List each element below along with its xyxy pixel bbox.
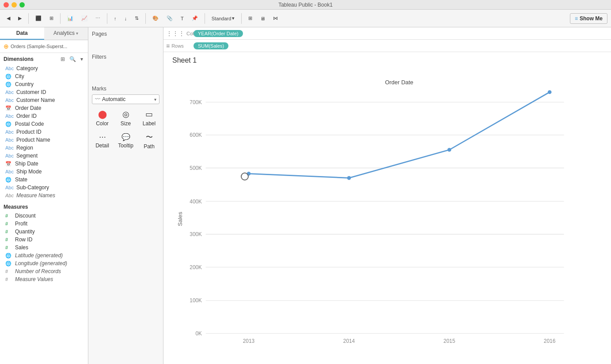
dimensions-grid-view[interactable]: ⊞ <box>59 56 66 63</box>
minimize-button[interactable] <box>11 2 17 8</box>
field-order-date[interactable]: 📅 Order Date <box>0 104 88 112</box>
detail-icon: ⋯ <box>99 133 106 141</box>
save-button[interactable]: ⬛ <box>32 14 45 23</box>
color-label: Color <box>96 120 109 127</box>
zoom-dropdown[interactable]: Standard ▾ <box>209 14 238 23</box>
data-point-2015[interactable] <box>448 148 452 152</box>
back-button[interactable]: ◀ <box>4 14 13 23</box>
tab-data[interactable]: Data <box>0 27 44 40</box>
window-controls[interactable] <box>4 2 25 8</box>
field-quantity[interactable]: # Quantity <box>0 228 88 236</box>
tooltip-bubble-icon: 💬 <box>121 133 130 141</box>
field-ship-mode[interactable]: Abc Ship Mode <box>0 168 88 176</box>
field-measure-values[interactable]: # Measure Values <box>0 275 88 283</box>
marks-tooltip[interactable]: 💬 Tooltip <box>115 131 136 151</box>
fix-axes-icon: ⊞ <box>248 15 252 21</box>
field-latitude[interactable]: 🌐 Latitude (generated) <box>0 251 88 259</box>
marks-color[interactable]: ⬤ Color <box>92 108 113 128</box>
field-longitude[interactable]: 🌐 Longitude (generated) <box>0 259 88 267</box>
field-category[interactable]: Abc Category <box>0 64 88 72</box>
maximize-button[interactable] <box>19 2 25 8</box>
separator-3 <box>107 13 107 24</box>
field-segment[interactable]: Abc Segment <box>0 152 88 160</box>
tab-analytics-arrow: ▾ <box>76 31 78 36</box>
share-button[interactable]: ⋈ <box>270 14 281 23</box>
data-source[interactable]: ⊕ Orders (Sample-Superst... <box>0 40 88 53</box>
field-customer-name[interactable]: Abc Customer Name <box>0 96 88 104</box>
marks-label[interactable]: ▭ Label <box>139 108 159 128</box>
marks-type-dropdown[interactable]: 〰 Automatic ▾ <box>92 94 159 104</box>
field-region[interactable]: Abc Region <box>0 144 88 152</box>
tooltip-button[interactable]: 📌 <box>189 14 201 23</box>
field-product-id[interactable]: Abc Product ID <box>0 128 88 136</box>
columns-pill[interactable]: YEAR(Order Date) <box>194 30 243 37</box>
dimensions-search[interactable]: 🔍 <box>68 56 77 63</box>
save-icon: ⬛ <box>35 15 42 21</box>
field-customer-id[interactable]: Abc Customer ID <box>0 88 88 96</box>
title-bar: Tableau Public - Book1 <box>0 0 611 10</box>
field-profit[interactable]: # Profit <box>0 220 88 228</box>
field-order-id[interactable]: Abc Order ID <box>0 112 88 120</box>
y-label-0k: 0K <box>195 330 202 337</box>
close-button[interactable] <box>4 2 9 8</box>
add-view-button[interactable]: ⊞ <box>46 14 57 23</box>
field-ship-date[interactable]: 📅 Ship Date <box>0 160 88 168</box>
hash-icon: # <box>5 245 12 250</box>
marks-detail[interactable]: ⋯ Detail <box>92 131 113 151</box>
hash-icon: # <box>5 237 12 242</box>
marks-size[interactable]: ◎ Size <box>115 108 136 128</box>
marks-controls: ⬤ Color ◎ Size ▭ Label ⋯ Detail 💬 Too <box>92 108 159 151</box>
sort-desc-button[interactable]: ↓ <box>121 14 130 23</box>
marks-type-icon: 〰 <box>95 96 100 102</box>
y-label-400k: 400K <box>190 199 202 205</box>
data-point-2016[interactable] <box>548 90 552 94</box>
sort-custom-button[interactable]: ⇅ <box>132 14 142 23</box>
marks-path[interactable]: 〜 Path <box>139 131 159 151</box>
measures-title: Measures <box>4 204 28 210</box>
detail-label: Detail <box>95 143 109 149</box>
fix-axes-button[interactable]: ⊞ <box>245 14 255 23</box>
columns-label: ⋮⋮⋮ Columns <box>166 30 193 37</box>
rows-pill[interactable]: SUM(Sales) <box>194 42 228 49</box>
field-product-name[interactable]: Abc Product Name <box>0 136 88 144</box>
field-country[interactable]: 🌐 Country <box>0 80 88 88</box>
field-sales[interactable]: # Sales <box>0 244 88 251</box>
field-row-id[interactable]: # Row ID <box>0 236 88 244</box>
abc-icon: Abc <box>5 98 14 103</box>
field-measure-names[interactable]: Abc Measure Names <box>0 191 88 199</box>
columns-shelf: ⋮⋮⋮ Columns YEAR(Order Date) <box>163 27 611 40</box>
view-button[interactable]: 🖥 <box>257 14 268 23</box>
dimensions-menu[interactable]: ▾ <box>79 56 84 63</box>
line-chart-button[interactable]: 📈 <box>78 14 91 23</box>
field-city[interactable]: 🌐 City <box>0 72 88 80</box>
field-sub-category[interactable]: Abc Sub-Category <box>0 184 88 191</box>
main-layout: Data Analytics ▾ ⊕ Orders (Sample-Supers… <box>0 27 611 364</box>
size-label: Size <box>121 120 131 127</box>
data-point-2014[interactable] <box>347 176 351 180</box>
data-source-icon: ⊕ <box>4 43 9 50</box>
tooltip-label: Tooltip <box>118 143 133 149</box>
viz-panel: ⋮⋮⋮ Columns YEAR(Order Date) ≡ Rows SUM(… <box>163 27 611 364</box>
forward-button[interactable]: ▶ <box>15 14 25 23</box>
tab-analytics[interactable]: Analytics ▾ <box>44 27 88 40</box>
annotate-icon: 📎 <box>167 15 173 21</box>
rows-icon: ≡ <box>166 42 170 49</box>
field-number-of-records[interactable]: # Number of Records <box>0 267 88 275</box>
label-button[interactable]: T <box>178 14 187 23</box>
separator-5 <box>205 13 205 24</box>
x-label-2013: 2013 <box>243 338 255 344</box>
sort-asc-button[interactable]: ↑ <box>111 14 120 23</box>
field-postal-code[interactable]: 🌐 Postal Code <box>0 120 88 128</box>
data-point-2013[interactable] <box>247 172 251 176</box>
field-discount[interactable]: # Discount <box>0 212 88 220</box>
abc-icon: Abc <box>5 129 14 135</box>
x-axis-label: Order Date <box>385 79 413 86</box>
show-me-button[interactable]: ≡ Show Me <box>570 13 607 24</box>
scatter-button[interactable]: ⋯ <box>92 14 103 23</box>
annotate-button[interactable]: 📎 <box>163 14 176 23</box>
add-view-icon: ⊞ <box>49 15 53 21</box>
field-state[interactable]: 🌐 State <box>0 176 88 184</box>
y-label-600k: 600K <box>190 132 202 138</box>
color-button[interactable]: 🎨 <box>149 14 162 23</box>
bar-chart-button[interactable]: 📊 <box>64 14 76 23</box>
